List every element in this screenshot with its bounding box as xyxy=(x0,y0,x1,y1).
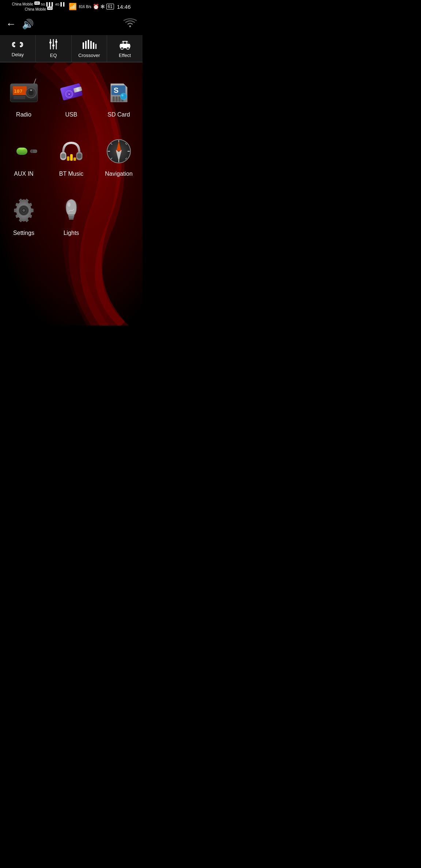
settings-icon xyxy=(7,195,40,225)
svg-rect-7 xyxy=(83,42,84,49)
clock: 14:46 xyxy=(117,4,131,10)
btmusic-icon xyxy=(55,136,88,165)
svg-rect-6 xyxy=(55,41,57,43)
lights-icon xyxy=(55,195,88,225)
sdcard-icon: S xyxy=(102,77,135,106)
svg-point-0 xyxy=(129,25,131,27)
radio-icon: 107 xyxy=(7,77,40,106)
carrier-info: China Mobile HD 5G ▌▌▌ 4G ▌▌ China Mobil… xyxy=(12,1,65,12)
auxin-icon xyxy=(7,136,40,165)
svg-point-79 xyxy=(68,202,71,207)
svg-rect-76 xyxy=(68,215,74,217)
svg-rect-53 xyxy=(61,153,65,159)
svg-rect-10 xyxy=(90,41,92,49)
lights-label: Lights xyxy=(64,230,79,236)
wifi-status-icon xyxy=(124,18,137,31)
svg-point-17 xyxy=(121,47,123,50)
tab-bar: Delay EQ xyxy=(0,35,143,62)
navigation-label: Navigation xyxy=(105,171,133,177)
svg-rect-19 xyxy=(120,45,121,47)
sdcard-label: SD Card xyxy=(107,111,130,118)
tab-eq[interactable]: EQ xyxy=(36,35,72,62)
svg-rect-56 xyxy=(67,156,69,161)
svg-rect-20 xyxy=(129,45,130,47)
status-bar: China Mobile HD 5G ▌▌▌ 4G ▌▌ China Mobil… xyxy=(0,0,143,13)
carrier1-name: China Mobile xyxy=(12,2,33,6)
effect-tab-label: Effect xyxy=(119,53,131,58)
svg-rect-8 xyxy=(85,41,87,49)
bluetooth-icon: ✻ xyxy=(100,4,105,9)
navigation-icon xyxy=(102,136,135,165)
svg-rect-12 xyxy=(95,44,96,49)
svg-rect-4 xyxy=(52,45,54,46)
svg-rect-55 xyxy=(77,153,81,159)
svg-text:107: 107 xyxy=(14,88,22,94)
delay-tab-icon xyxy=(11,39,24,50)
svg-rect-14 xyxy=(121,42,123,44)
top-nav: ← 🔊 xyxy=(0,13,143,35)
svg-rect-77 xyxy=(69,217,74,218)
volume-icon[interactable]: 🔊 xyxy=(22,19,34,30)
svg-text:S: S xyxy=(114,86,118,94)
svg-rect-38 xyxy=(113,96,115,102)
settings-label: Settings xyxy=(13,230,34,236)
app-lights[interactable]: Lights xyxy=(48,188,95,247)
app-auxin[interactable]: AUX IN xyxy=(0,129,48,188)
svg-point-18 xyxy=(126,47,129,50)
app-radio[interactable]: 107 xyxy=(0,70,48,129)
back-button[interactable]: ← xyxy=(6,18,16,30)
svg-rect-78 xyxy=(69,218,73,220)
nav-left: ← 🔊 xyxy=(6,18,34,30)
main-content: 107 xyxy=(0,62,143,326)
battery-level: 61 xyxy=(108,4,113,9)
svg-rect-2 xyxy=(49,42,52,43)
tab-crossover[interactable]: Crossover xyxy=(72,35,107,62)
wifi-icon: 📶 xyxy=(69,3,77,11)
app-grid: 107 xyxy=(0,62,143,255)
svg-rect-16 xyxy=(127,42,129,44)
battery-icon: 61 xyxy=(106,4,114,9)
eq-tab-label: EQ xyxy=(50,53,57,58)
svg-line-32 xyxy=(34,79,36,84)
app-btmusic[interactable]: BT Music xyxy=(48,129,95,188)
radio-label: Radio xyxy=(16,111,31,118)
network-speed: 816 B/s xyxy=(79,5,91,9)
carrier2-name: China Mobile xyxy=(25,7,46,11)
app-sdcard[interactable]: S SD Card xyxy=(95,70,143,129)
usb-label: USB xyxy=(65,111,77,118)
tab-delay[interactable]: Delay xyxy=(0,35,36,62)
alarm-icon: ⏰ xyxy=(93,4,99,9)
svg-rect-11 xyxy=(93,42,94,49)
usb-icon xyxy=(55,77,88,106)
svg-rect-57 xyxy=(70,154,73,161)
svg-rect-39 xyxy=(115,96,118,102)
auxin-label: AUX IN xyxy=(14,171,33,177)
effect-tab-icon xyxy=(118,39,132,51)
app-usb[interactable]: USB xyxy=(48,70,95,129)
delay-tab-label: Delay xyxy=(12,52,24,57)
tab-effect[interactable]: Effect xyxy=(107,35,143,62)
svg-point-28 xyxy=(30,90,32,91)
svg-point-45 xyxy=(121,94,124,96)
svg-point-44 xyxy=(120,93,127,100)
svg-point-51 xyxy=(19,148,25,150)
app-settings[interactable]: Settings xyxy=(0,188,48,247)
btmusic-label: BT Music xyxy=(59,171,83,177)
svg-rect-9 xyxy=(88,40,89,49)
app-navigation[interactable]: Navigation xyxy=(95,129,143,188)
crossover-tab-icon xyxy=(82,39,96,51)
crossover-tab-label: Crossover xyxy=(78,53,100,58)
svg-rect-15 xyxy=(124,42,126,44)
eq-tab-icon xyxy=(48,39,59,51)
svg-rect-58 xyxy=(73,157,76,161)
